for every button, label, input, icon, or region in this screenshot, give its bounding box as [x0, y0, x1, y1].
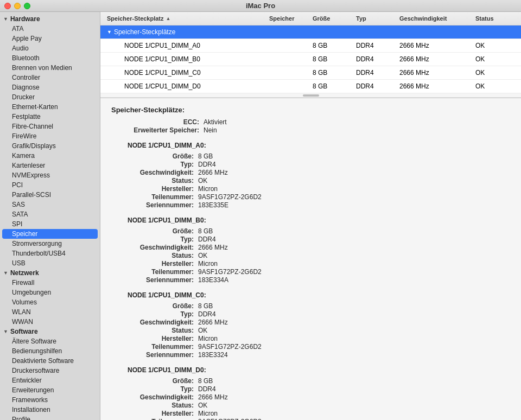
sidebar-item--ltere-software[interactable]: Ältere Software: [0, 336, 100, 346]
sidebar-item-stromversorgung[interactable]: Stromversorgung: [0, 239, 100, 249]
dimm-field-row: Hersteller: Micron: [128, 260, 510, 268]
dimm-field-label: Typ:: [128, 236, 198, 243]
scrollbar-track: [100, 93, 521, 98]
table-rows: NODE 1/CPU1_DIMM_A0 8 GB DDR4 2666 MHz O…: [100, 39, 521, 93]
col-header-groesse[interactable]: Größe: [310, 14, 354, 23]
expand-arrow-icon: ▼: [107, 29, 112, 35]
sidebar-item-diagnose[interactable]: Diagnose: [0, 82, 100, 92]
sidebar-item-volumes[interactable]: Volumes: [0, 297, 100, 307]
sidebar-item-druckersoftware[interactable]: Druckersoftware: [0, 366, 100, 376]
sidebar-item-wwan[interactable]: WWAN: [0, 317, 100, 327]
row-typ: DDR4: [354, 54, 397, 64]
dimm-field-row: Typ: DDR4: [128, 310, 510, 318]
detail-panel: Speicher-Steckplätze: ECC: Aktiviert Erw…: [100, 98, 521, 420]
dimm-field-label: Status:: [128, 327, 198, 334]
sidebar-section-software[interactable]: ▼Software: [0, 327, 100, 336]
maximize-button[interactable]: [24, 3, 30, 9]
traffic-lights: [4, 3, 30, 9]
dimm-field-label: Hersteller:: [128, 185, 198, 193]
sidebar-item-entwickler[interactable]: Entwickler: [0, 376, 100, 385]
table-row[interactable]: NODE 1/CPU1_DIMM_C0 8 GB DDR4 2666 MHz O…: [100, 66, 521, 80]
sidebar-item-drucker[interactable]: Drucker: [0, 92, 100, 102]
table-row[interactable]: NODE 1/CPU1_DIMM_A0 8 GB DDR4 2666 MHz O…: [100, 39, 521, 53]
minimize-button[interactable]: [14, 3, 21, 9]
sidebar-item-thunderbolt-usb4[interactable]: Thunderbolt/USB4: [0, 249, 100, 258]
ecc-row: ECC: Aktiviert: [111, 118, 510, 126]
sidebar-item-profile[interactable]: Profile: [0, 415, 100, 420]
sidebar-item-parallel-scsi[interactable]: Parallel-SCSI: [0, 190, 100, 200]
dimm-field-value: Micron: [198, 260, 218, 268]
sidebar-item-sas[interactable]: SAS: [0, 200, 100, 209]
sidebar-section-netzwerk[interactable]: ▼Netzwerk: [0, 268, 100, 278]
dimm-title: NODE 1/CPU1_DIMM_A0:: [111, 142, 510, 149]
sidebar-item-umgebungen[interactable]: Umgebungen: [0, 288, 100, 297]
dimm-field-label: Status:: [128, 402, 198, 409]
dimm-field-label: Teilenummer:: [128, 268, 198, 276]
ecc-label: ECC:: [111, 118, 204, 126]
sidebar-item-festplatte[interactable]: Festplatte: [0, 112, 100, 122]
dimm-section: NODE 1/CPU1_DIMM_C0: Größe: 8 GB Typ: DD…: [111, 291, 510, 359]
sidebar-item-usb[interactable]: USB: [0, 258, 100, 268]
row-status: OK: [473, 81, 517, 91]
sidebar-item-installationen[interactable]: Installationen: [0, 405, 100, 415]
table-row[interactable]: NODE 1/CPU1_DIMM_B0 8 GB DDR4 2666 MHz O…: [100, 53, 521, 66]
section-arrow-icon: ▼: [3, 329, 8, 334]
col-header-typ[interactable]: Typ: [354, 14, 397, 23]
sidebar-item-nvmexpress[interactable]: NVMExpress: [0, 170, 100, 180]
sidebar-section-hardware[interactable]: ▼Hardware: [0, 14, 100, 24]
dimm-title: NODE 1/CPU1_DIMM_D0:: [111, 366, 510, 374]
dimm-field-row: Teilenummer: 9ASF1G72PZ-2G6D2: [128, 193, 510, 201]
dimm-field-row: Status: OK: [128, 327, 510, 334]
dimm-field-row: Geschwindigkeit: 2666 MHz: [128, 244, 510, 251]
row-geschwindigkeit: 2666 MHz: [397, 68, 473, 78]
row-typ: DDR4: [354, 68, 397, 78]
sidebar-item-apple-pay[interactable]: Apple Pay: [0, 34, 100, 43]
row-groesse: 8 GB: [310, 41, 354, 50]
section-arrow-icon: ▼: [3, 16, 8, 22]
row-status: OK: [473, 68, 517, 78]
sidebar-item-frameworks[interactable]: Frameworks: [0, 395, 100, 405]
table-row[interactable]: NODE 1/CPU1_DIMM_D0 8 GB DDR4 2666 MHz O…: [100, 80, 521, 93]
dimm-field-row: Typ: DDR4: [128, 236, 510, 243]
sidebar-item-erweiterungen[interactable]: Erweiterungen: [0, 385, 100, 395]
sidebar-item-controller[interactable]: Controller: [0, 73, 100, 82]
dimm-field-label: Teilenummer:: [128, 343, 198, 351]
sidebar-item-grafik-displays[interactable]: Grafik/Displays: [0, 141, 100, 151]
col-header-name[interactable]: Speicher-Steckplatz ▲: [105, 14, 267, 23]
sidebar-item-deaktivierte-software[interactable]: Deaktivierte Software: [0, 356, 100, 366]
erweiterter-label: Erweiterter Speicher:: [111, 126, 204, 134]
col-header-speicher[interactable]: Speicher: [267, 14, 310, 23]
sidebar-item-firewall[interactable]: Firewall: [0, 278, 100, 288]
col-header-geschwindigkeit[interactable]: Geschwindigkeit: [397, 14, 473, 23]
dimm-field-row: Geschwindigkeit: 2666 MHz: [128, 319, 510, 326]
dimm-field-value: DDR4: [198, 236, 216, 243]
section-label: Netzwerk: [10, 269, 39, 277]
sidebar-item-bluetooth[interactable]: Bluetooth: [0, 53, 100, 63]
dimm-field-row: Seriennummer: 183E335E: [128, 201, 510, 209]
sidebar-item-spi[interactable]: SPI: [0, 219, 100, 229]
dimm-field-row: Typ: DDR4: [128, 161, 510, 168]
window-title: iMac Pro: [246, 2, 275, 10]
sidebar-item-audio[interactable]: Audio: [0, 43, 100, 53]
sidebar-item-pci[interactable]: PCI: [0, 180, 100, 190]
main-content: ▼HardwareATAApple PayAudioBluetoothBrenn…: [0, 12, 521, 420]
table-row-parent[interactable]: ▼ Speicher-Steckplätze: [100, 26, 521, 39]
sidebar-item-kartenleser[interactable]: Kartenleser: [0, 161, 100, 170]
dimm-field-label: Status:: [128, 177, 198, 184]
sidebar-item-bedienungshilfen[interactable]: Bedienungshilfen: [0, 346, 100, 356]
sidebar-item-ethernet-karten[interactable]: Ethernet-Karten: [0, 102, 100, 112]
dimm-field-value: 2666 MHz: [198, 169, 228, 176]
sidebar-item-sata[interactable]: SATA: [0, 209, 100, 219]
sidebar-item-kamera[interactable]: Kamera: [0, 151, 100, 161]
close-button[interactable]: [4, 3, 11, 9]
col-header-status[interactable]: Status: [473, 14, 517, 23]
sidebar-item-speicher[interactable]: Speicher: [2, 229, 98, 239]
dimm-field-value: OK: [198, 252, 207, 259]
parent-row-groesse: [310, 27, 354, 37]
dimm-field-label: Hersteller:: [128, 260, 198, 268]
sidebar-item-ata[interactable]: ATA: [0, 24, 100, 34]
sidebar-item-fibre-channel[interactable]: Fibre-Channel: [0, 122, 100, 131]
sidebar-item-brennen-von-medien[interactable]: Brennen von Medien: [0, 63, 100, 73]
sidebar-item-firewire[interactable]: FireWire: [0, 131, 100, 141]
sidebar-item-wlan[interactable]: WLAN: [0, 307, 100, 317]
